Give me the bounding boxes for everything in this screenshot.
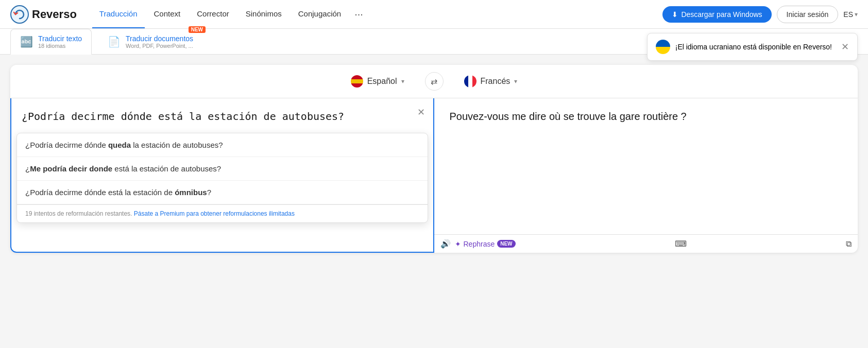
- target-audio-button[interactable]: 🔊: [440, 239, 451, 249]
- source-lang-name: Español: [367, 77, 397, 86]
- rephrase-dropdown: ¿Podría decirme dónde queda la estación …: [16, 133, 428, 223]
- clear-text-button[interactable]: ✕: [417, 107, 425, 118]
- target-panel: Pouvez-vous me dire où se trouve la gare…: [434, 98, 858, 253]
- rephrase-bold-3: ómnibus: [175, 188, 207, 197]
- tab-traducir-documentos[interactable]: 📄 Traducir documentos Word, PDF, PowerPo…: [98, 29, 203, 55]
- target-rephrase-label: Rephrase: [464, 240, 495, 248]
- nav-context[interactable]: Context: [147, 0, 188, 28]
- french-flag-icon: [464, 75, 476, 88]
- nav-links: Traducción Context Corrector Sinónimos C…: [92, 0, 648, 28]
- download-button[interactable]: ⬇ Descargar para Windows: [662, 6, 771, 23]
- target-lang-name: Francés: [481, 77, 510, 86]
- notification-text: ¡El idioma ucraniano está disponible en …: [675, 43, 832, 51]
- nav-corrector[interactable]: Corrector: [190, 0, 236, 28]
- translation-panels: ¿Podría decirme dónde está la estación d…: [10, 98, 858, 253]
- rephrase-suggestion-3[interactable]: ¿Podría decirme dónde está la estación d…: [17, 181, 428, 204]
- rephrase-premium-link[interactable]: Pásate a Premium para obtener reformulac…: [134, 210, 295, 217]
- brand-name: Reverso: [32, 8, 77, 21]
- rephrase-bold-1: queda: [108, 141, 131, 149]
- svg-point-0: [11, 6, 28, 23]
- target-lang-chevron-icon: ▾: [514, 78, 517, 85]
- rephrase-suggestion-1[interactable]: ¿Podría decirme dónde queda la estación …: [17, 133, 428, 157]
- close-notification-button[interactable]: ✕: [841, 41, 849, 53]
- spanish-flag-icon: [351, 75, 363, 88]
- new-badge: NEW: [189, 26, 206, 33]
- notification-banner: ¡El idioma ucraniano está disponible en …: [647, 33, 858, 61]
- language-selector[interactable]: ES ▾: [843, 10, 858, 19]
- target-rephrase-star-icon: ✦: [455, 240, 461, 248]
- target-rephrase-button[interactable]: ✦ Rephrase NEW: [455, 240, 516, 248]
- nav-sinonimos[interactable]: Sinónimos: [239, 0, 289, 28]
- nav-traduccion[interactable]: Traducción: [92, 0, 145, 28]
- ukraine-flag-icon: [656, 40, 670, 54]
- text-translate-icon: 🔤: [20, 36, 33, 48]
- tab-traducir-texto[interactable]: 🔤 Traducir texto 18 idiomas: [10, 29, 92, 55]
- target-language-button[interactable]: Francés ▾: [454, 72, 528, 91]
- source-lang-chevron-icon: ▾: [401, 78, 404, 85]
- navbar: Reverso Traducción Context Corrector Sin…: [0, 0, 868, 29]
- target-toolbar: 🔊 ✦ Rephrase NEW ⌨ ⧉: [434, 234, 858, 253]
- translator-card: Español ▾ ⇄ Francés ▾ ¿Podría decirme dó…: [10, 65, 858, 253]
- translation-output: Pouvez-vous me dire où se trouve la gare…: [450, 109, 843, 124]
- download-icon: ⬇: [672, 10, 678, 19]
- source-panel: ¿Podría decirme dónde está la estación d…: [10, 98, 434, 253]
- nav-conjugacion[interactable]: Conjugación: [291, 0, 348, 28]
- tab-traducir-label: Traducir texto: [38, 34, 82, 43]
- rephrase-suggestion-2[interactable]: ¿Me podría decir donde está la estación …: [17, 157, 428, 181]
- target-rephrase-new-badge: NEW: [497, 240, 515, 248]
- tab-docs-label: Traducir documentos: [126, 34, 193, 43]
- doc-translate-icon: 📄: [108, 36, 121, 48]
- main-content: Español ▾ ⇄ Francés ▾ ¿Podría decirme dó…: [0, 55, 868, 263]
- nav-right: ⬇ Descargar para Windows Iniciar sesión …: [662, 6, 858, 23]
- source-language-button[interactable]: Español ▾: [341, 72, 415, 91]
- logo-icon: [10, 5, 29, 24]
- language-selector-bar: Español ▾ ⇄ Francés ▾: [10, 65, 858, 98]
- copy-translation-button[interactable]: ⌨: [675, 239, 687, 249]
- logo[interactable]: Reverso: [10, 5, 77, 24]
- tab-docs-sublabel: Word, PDF, PowerPoint, ...: [126, 43, 193, 49]
- tab-traducir-sublabel: 18 idiomas: [38, 43, 82, 49]
- rephrase-count-text: 19 intentos de reformulación restantes.: [25, 210, 132, 217]
- nav-more-button[interactable]: ···: [350, 8, 367, 20]
- rephrase-bold-2: Me podría decir donde: [30, 164, 112, 173]
- login-button[interactable]: Iniciar sesión: [777, 6, 839, 23]
- copy-button[interactable]: ⧉: [846, 239, 852, 249]
- rephrase-footer: 19 intentos de reformulación restantes. …: [17, 204, 428, 222]
- chevron-down-icon: ▾: [855, 11, 858, 18]
- swap-languages-button[interactable]: ⇄: [425, 72, 444, 91]
